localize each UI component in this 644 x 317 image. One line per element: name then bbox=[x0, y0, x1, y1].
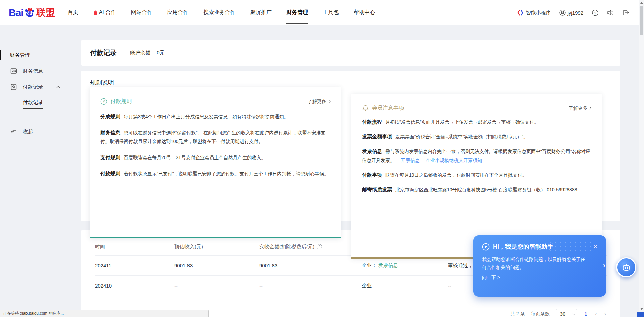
total-count: 共 2 条 bbox=[510, 311, 525, 317]
column-help-icon[interactable]: ? bbox=[317, 244, 322, 249]
user-account[interactable]: jyj1992 bbox=[559, 10, 583, 16]
bell-icon bbox=[362, 105, 369, 112]
assistant-floating-button[interactable] bbox=[616, 257, 636, 277]
scrollbar-down-arrow-icon[interactable] bbox=[640, 308, 643, 310]
rule-item: 付款规则若付款状态显示“已支付”，说明联盟已安排了您的付款。支付后三个工作日内到… bbox=[100, 169, 330, 178]
per-page-select[interactable]: 30 bbox=[556, 309, 577, 317]
payment-rules-card: ¥ 付款规则 了解更多 分成规则每月第3或4个工作日产出上月分成信息及发票信息，… bbox=[90, 87, 341, 238]
rule-item: 分成规则每月第3或4个工作日产出上月分成信息及发票信息，如有特殊情况将提前通知。 bbox=[100, 112, 330, 121]
nav-item-app[interactable]: 应用合作 bbox=[167, 9, 189, 16]
cell-estimated: -- bbox=[174, 283, 259, 289]
invoice-info-table-link[interactable]: 发票信息 bbox=[378, 262, 398, 268]
nav-menu: 首页 AI 合作 网站合作 应用合作 搜索业务合作 聚屏推广 财务管理 工具包 … bbox=[68, 9, 375, 16]
page-title: 付款记录 bbox=[90, 48, 117, 57]
member-notes-more-link[interactable]: 了解更多 bbox=[569, 105, 591, 111]
assistant-message: 我会帮助您诊断合作链路问题，以及解答您关于任何合作相关的问题。 bbox=[482, 255, 589, 271]
logout-button[interactable] bbox=[623, 10, 629, 16]
sidebar-item-finance-info[interactable]: 财务信息 bbox=[0, 63, 72, 79]
nav-item-screen-ads[interactable]: 聚屏推广 bbox=[250, 9, 272, 16]
next-page-button[interactable]: › bbox=[604, 311, 607, 317]
page-number-button[interactable]: 1 bbox=[583, 311, 589, 317]
assistant-title: Hi，我是您的智能助手 bbox=[493, 243, 553, 251]
help-button[interactable]: ? bbox=[592, 10, 598, 16]
nav-item-finance[interactable]: 财务管理 bbox=[286, 9, 308, 16]
rule-item: 付款流程月初按“发票信息”页面开具发票→上传发票→邮寄发票→审核→确认支付。 bbox=[362, 118, 591, 126]
question-icon: ? bbox=[592, 10, 598, 16]
chevron-right-icon bbox=[588, 107, 592, 110]
sidebar-subitem-payment-records[interactable]: 付款记录 bbox=[0, 97, 72, 111]
collapse-icon bbox=[10, 128, 17, 135]
chevron-up-icon bbox=[56, 86, 60, 88]
scrollbar[interactable] bbox=[639, 0, 644, 317]
corner-widget[interactable] bbox=[637, 312, 644, 317]
svg-text:?: ? bbox=[594, 11, 596, 15]
payment-rules-more-link[interactable]: 了解更多 bbox=[308, 99, 330, 105]
flame-icon bbox=[93, 10, 98, 15]
cell-time: 202411 bbox=[95, 263, 174, 268]
cell-finance-target: 企业： 发票信息 bbox=[362, 262, 448, 269]
cell-finance-target: 企业 bbox=[362, 282, 448, 289]
close-icon[interactable]: ✕ bbox=[593, 244, 597, 250]
rules-section-title: 规则说明 bbox=[81, 71, 620, 87]
nav-item-home[interactable]: 首页 bbox=[68, 9, 78, 16]
rule-item: 财务信息您可以在财务信息中选择“保留付款”。 在此期间您产生的收入将在账户内进行… bbox=[100, 128, 330, 146]
status-text: 正在等待 xlab.baidu.com 的响应... bbox=[3, 311, 64, 316]
browser-status-bar: 正在等待 xlab.baidu.com 的响应... bbox=[0, 310, 209, 317]
sidebar-section-finance[interactable]: 财务管理 bbox=[0, 47, 72, 63]
baidu-paw-icon: du bbox=[24, 7, 35, 18]
member-notes-card: 会员注意事项 了解更多 付款流程月初按“发票信息”页面开具发票→上传发票→邮寄发… bbox=[351, 94, 602, 259]
nav-right-group: 智能小程序 jyj1992 ? bbox=[517, 0, 629, 25]
baidu-union-finance-page: Bai du 联盟 首页 AI 合作 网站合作 bbox=[0, 0, 644, 317]
account-balance: 账户余额： 0元 bbox=[130, 50, 165, 56]
col-header-time: 时间 bbox=[95, 244, 174, 250]
rule-item: 付款事项联盟在每月19日之后签收的发票，付款时间安排在下个月首批支付。 bbox=[362, 171, 591, 179]
rule-item: 邮寄纸质发票北京市海淀区西北旺东路10号院百度科技园5号楼 百度联盟财务组（收）… bbox=[362, 185, 591, 194]
sidebar-divider bbox=[0, 120, 72, 120]
chevron-right-icon bbox=[327, 100, 331, 103]
caret-down-icon bbox=[572, 312, 575, 315]
logo-text-bai: Bai bbox=[9, 7, 23, 18]
top-nav: Bai du 联盟 首页 AI 合作 网站合作 bbox=[0, 0, 644, 25]
pagination: 共 2 条 每页条数 30 1 ‹ › bbox=[510, 309, 607, 317]
sidebar-collapse-button[interactable]: 收起 bbox=[0, 124, 72, 140]
ask-now-link[interactable]: 问一下 > bbox=[482, 275, 597, 281]
cell-actual: -- bbox=[259, 283, 362, 289]
expand-chevron-icon[interactable]: › bbox=[603, 261, 605, 269]
small-taxpayer-notice-link[interactable]: 企业小规模纳税人开票须知 bbox=[426, 157, 482, 163]
page-header-panel: 付款记录 账户余额： 0元 bbox=[81, 40, 620, 66]
baidu-union-logo[interactable]: Bai du 联盟 bbox=[9, 6, 55, 19]
balance-value: 0元 bbox=[157, 50, 164, 55]
mini-program-icon bbox=[517, 9, 524, 16]
robot-icon bbox=[621, 262, 631, 272]
logo-text-du: du bbox=[27, 11, 32, 16]
nav-item-ai[interactable]: AI 合作 bbox=[93, 9, 116, 16]
announcement-button[interactable] bbox=[607, 10, 614, 16]
user-icon bbox=[559, 10, 566, 16]
cell-time: 202410 bbox=[95, 283, 174, 289]
svg-text:¥: ¥ bbox=[102, 100, 105, 104]
badge-icon bbox=[10, 83, 17, 91]
rule-item: 发票信息需与系统内发票信息内容完全一致，否则无法支付。请根据发票信息页面中“百度… bbox=[362, 147, 591, 165]
mini-program-entry[interactable]: 智能小程序 bbox=[517, 9, 551, 16]
member-notes-card-title: 会员注意事项 bbox=[362, 105, 404, 112]
compass-icon bbox=[482, 243, 490, 251]
id-card-icon bbox=[10, 67, 17, 75]
nav-item-search-biz[interactable]: 搜索业务合作 bbox=[203, 9, 235, 16]
nav-item-toolkit[interactable]: 工具包 bbox=[323, 9, 339, 16]
rule-item: 发票金额事项发票票面“价税合计”金额=系统中“实收金额（扣除税费后/元）”。 bbox=[362, 132, 591, 141]
cell-actual: 9001.83 bbox=[259, 263, 362, 268]
logo-text-union: 联盟 bbox=[36, 6, 55, 19]
rule-item: 支付规则百度联盟会在每月20号—31号支付企业会员上个自然月产生的收入。 bbox=[100, 153, 330, 162]
smart-assistant-popup: Hi，我是您的智能助手 ✕ 我会帮助您诊断合作链路问题，以及解答您关于任何合作相… bbox=[473, 235, 606, 297]
prev-page-button[interactable]: ‹ bbox=[594, 311, 597, 317]
payment-rules-card-title: ¥ 付款规则 bbox=[100, 98, 132, 105]
sidebar-item-payment-records[interactable]: 付款记录 bbox=[0, 79, 72, 95]
col-header-estimated: 预估收入(元) bbox=[174, 244, 259, 250]
nav-item-help-center[interactable]: 帮助中心 bbox=[354, 9, 375, 16]
scrollbar-thumb[interactable] bbox=[640, 6, 643, 35]
nav-item-website[interactable]: 网站合作 bbox=[131, 9, 152, 16]
logout-icon bbox=[623, 10, 629, 16]
scrollbar-up-arrow-icon[interactable] bbox=[640, 2, 643, 4]
invoice-info-link[interactable]: 开票信息 bbox=[401, 157, 420, 163]
col-header-actual: 实收金额(扣除税费后/元) ? bbox=[259, 244, 362, 250]
